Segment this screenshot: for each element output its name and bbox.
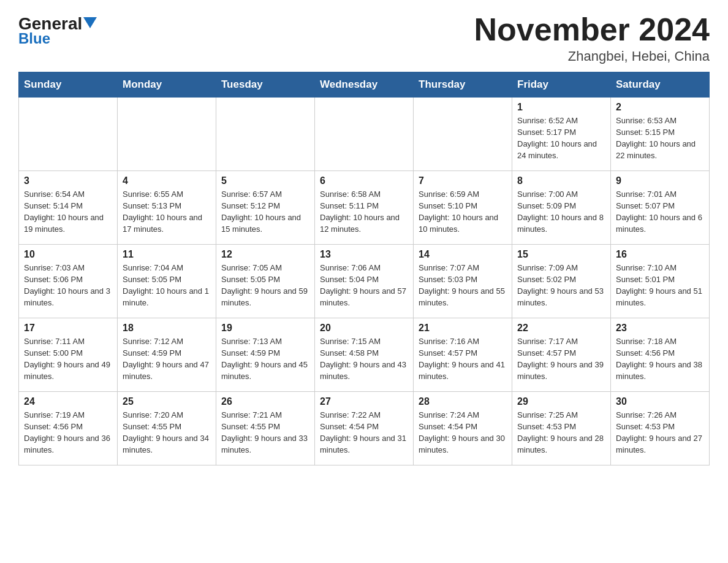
- calendar-cell: 21Sunrise: 7:16 AMSunset: 4:57 PMDayligh…: [414, 318, 512, 392]
- day-number: 27: [320, 396, 408, 407]
- day-number: 10: [24, 249, 112, 260]
- calendar-week-row: 17Sunrise: 7:11 AMSunset: 5:00 PMDayligh…: [19, 318, 710, 392]
- page-header: General Blue November 2024 Zhangbei, Heb…: [18, 12, 710, 64]
- day-number: 11: [123, 249, 211, 260]
- day-info: Sunrise: 6:57 AMSunset: 5:12 PMDaylight:…: [221, 189, 309, 235]
- day-info: Sunrise: 7:16 AMSunset: 4:57 PMDaylight:…: [419, 336, 507, 382]
- calendar-cell: 4Sunrise: 6:55 AMSunset: 5:13 PMDaylight…: [118, 171, 216, 245]
- day-number: 7: [419, 175, 507, 186]
- day-number: 8: [517, 175, 605, 186]
- calendar-cell: 6Sunrise: 6:58 AMSunset: 5:11 PMDaylight…: [315, 171, 414, 245]
- day-number: 6: [320, 175, 408, 186]
- calendar-header-row: SundayMondayTuesdayWednesdayThursdayFrid…: [19, 72, 710, 98]
- calendar-week-row: 10Sunrise: 7:03 AMSunset: 5:06 PMDayligh…: [19, 245, 710, 318]
- day-number: 20: [320, 323, 408, 334]
- calendar-cell: 30Sunrise: 7:26 AMSunset: 4:53 PMDayligh…: [611, 392, 710, 465]
- day-number: 24: [24, 396, 112, 407]
- calendar-cell: 2Sunrise: 6:53 AMSunset: 5:15 PMDaylight…: [611, 98, 710, 171]
- day-number: 12: [221, 249, 309, 260]
- day-info: Sunrise: 7:04 AMSunset: 5:05 PMDaylight:…: [123, 262, 211, 308]
- day-number: 15: [517, 249, 605, 260]
- day-number: 21: [419, 323, 507, 334]
- day-info: Sunrise: 6:54 AMSunset: 5:14 PMDaylight:…: [24, 189, 112, 235]
- day-info: Sunrise: 7:05 AMSunset: 5:05 PMDaylight:…: [221, 262, 309, 308]
- day-number: 28: [419, 396, 507, 407]
- calendar-cell: 20Sunrise: 7:15 AMSunset: 4:58 PMDayligh…: [315, 318, 414, 392]
- calendar-header-thursday: Thursday: [414, 72, 512, 98]
- calendar-cell: 8Sunrise: 7:00 AMSunset: 5:09 PMDaylight…: [512, 171, 611, 245]
- calendar-cell: 12Sunrise: 7:05 AMSunset: 5:05 PMDayligh…: [216, 245, 315, 318]
- calendar-header-sunday: Sunday: [19, 72, 118, 98]
- day-info: Sunrise: 7:26 AMSunset: 4:53 PMDaylight:…: [616, 410, 704, 456]
- calendar-cell: 29Sunrise: 7:25 AMSunset: 4:53 PMDayligh…: [512, 392, 611, 465]
- calendar-cell: [19, 98, 118, 171]
- calendar-cell: 15Sunrise: 7:09 AMSunset: 5:02 PMDayligh…: [512, 245, 611, 318]
- day-info: Sunrise: 7:06 AMSunset: 5:04 PMDaylight:…: [320, 262, 408, 308]
- calendar-header-wednesday: Wednesday: [315, 72, 414, 98]
- location: Zhangbei, Hebei, China: [474, 48, 710, 64]
- calendar-week-row: 24Sunrise: 7:19 AMSunset: 4:56 PMDayligh…: [19, 392, 710, 465]
- svg-marker-0: [83, 17, 97, 28]
- day-info: Sunrise: 7:15 AMSunset: 4:58 PMDaylight:…: [320, 336, 408, 382]
- calendar-week-row: 3Sunrise: 6:54 AMSunset: 5:14 PMDaylight…: [19, 171, 710, 245]
- day-info: Sunrise: 6:55 AMSunset: 5:13 PMDaylight:…: [123, 189, 211, 235]
- day-info: Sunrise: 7:11 AMSunset: 5:00 PMDaylight:…: [24, 336, 112, 382]
- day-number: 25: [123, 396, 211, 407]
- calendar-cell: 5Sunrise: 6:57 AMSunset: 5:12 PMDaylight…: [216, 171, 315, 245]
- calendar-cell: 9Sunrise: 7:01 AMSunset: 5:07 PMDaylight…: [611, 171, 710, 245]
- calendar-cell: 11Sunrise: 7:04 AMSunset: 5:05 PMDayligh…: [118, 245, 216, 318]
- day-info: Sunrise: 6:53 AMSunset: 5:15 PMDaylight:…: [616, 115, 704, 161]
- calendar-cell: 14Sunrise: 7:07 AMSunset: 5:03 PMDayligh…: [414, 245, 512, 318]
- calendar-cell: 3Sunrise: 6:54 AMSunset: 5:14 PMDaylight…: [19, 171, 118, 245]
- day-number: 30: [616, 396, 704, 407]
- day-info: Sunrise: 7:01 AMSunset: 5:07 PMDaylight:…: [616, 189, 704, 235]
- day-number: 18: [123, 323, 211, 334]
- calendar-cell: 23Sunrise: 7:18 AMSunset: 4:56 PMDayligh…: [611, 318, 710, 392]
- calendar-cell: [414, 98, 512, 171]
- month-title: November 2024: [474, 12, 710, 47]
- day-info: Sunrise: 7:19 AMSunset: 4:56 PMDaylight:…: [24, 410, 112, 456]
- calendar-cell: 1Sunrise: 6:52 AMSunset: 5:17 PMDaylight…: [512, 98, 611, 171]
- calendar-cell: 26Sunrise: 7:21 AMSunset: 4:55 PMDayligh…: [216, 392, 315, 465]
- day-info: Sunrise: 7:18 AMSunset: 4:56 PMDaylight:…: [616, 336, 704, 382]
- calendar-cell: 22Sunrise: 7:17 AMSunset: 4:57 PMDayligh…: [512, 318, 611, 392]
- day-number: 13: [320, 249, 408, 260]
- calendar-header-monday: Monday: [118, 72, 216, 98]
- day-number: 17: [24, 323, 112, 334]
- day-info: Sunrise: 7:03 AMSunset: 5:06 PMDaylight:…: [24, 262, 112, 308]
- day-info: Sunrise: 6:52 AMSunset: 5:17 PMDaylight:…: [517, 115, 605, 161]
- calendar-header-saturday: Saturday: [611, 72, 710, 98]
- day-number: 26: [221, 396, 309, 407]
- logo-triangle-icon: [83, 17, 97, 28]
- title-area: November 2024 Zhangbei, Hebei, China: [474, 12, 710, 64]
- day-number: 9: [616, 175, 704, 186]
- day-number: 16: [616, 249, 704, 260]
- calendar-cell: [118, 98, 216, 171]
- logo-blue: Blue: [18, 30, 50, 47]
- calendar-cell: 19Sunrise: 7:13 AMSunset: 4:59 PMDayligh…: [216, 318, 315, 392]
- day-info: Sunrise: 7:22 AMSunset: 4:54 PMDaylight:…: [320, 410, 408, 456]
- day-number: 4: [123, 175, 211, 186]
- day-number: 14: [419, 249, 507, 260]
- day-number: 19: [221, 323, 309, 334]
- calendar-cell: [315, 98, 414, 171]
- day-info: Sunrise: 7:10 AMSunset: 5:01 PMDaylight:…: [616, 262, 704, 308]
- calendar-cell: 28Sunrise: 7:24 AMSunset: 4:54 PMDayligh…: [414, 392, 512, 465]
- calendar-cell: 13Sunrise: 7:06 AMSunset: 5:04 PMDayligh…: [315, 245, 414, 318]
- day-info: Sunrise: 7:20 AMSunset: 4:55 PMDaylight:…: [123, 410, 211, 456]
- calendar-header-tuesday: Tuesday: [216, 72, 315, 98]
- day-info: Sunrise: 7:24 AMSunset: 4:54 PMDaylight:…: [419, 410, 507, 456]
- day-number: 1: [517, 102, 605, 113]
- day-info: Sunrise: 6:58 AMSunset: 5:11 PMDaylight:…: [320, 189, 408, 235]
- day-number: 29: [517, 396, 605, 407]
- calendar-cell: 27Sunrise: 7:22 AMSunset: 4:54 PMDayligh…: [315, 392, 414, 465]
- day-number: 3: [24, 175, 112, 186]
- day-info: Sunrise: 7:21 AMSunset: 4:55 PMDaylight:…: [221, 410, 309, 456]
- calendar-cell: 25Sunrise: 7:20 AMSunset: 4:55 PMDayligh…: [118, 392, 216, 465]
- day-number: 23: [616, 323, 704, 334]
- calendar-cell: [216, 98, 315, 171]
- calendar-cell: 16Sunrise: 7:10 AMSunset: 5:01 PMDayligh…: [611, 245, 710, 318]
- calendar-cell: 18Sunrise: 7:12 AMSunset: 4:59 PMDayligh…: [118, 318, 216, 392]
- day-info: Sunrise: 7:09 AMSunset: 5:02 PMDaylight:…: [517, 262, 605, 308]
- calendar-cell: 24Sunrise: 7:19 AMSunset: 4:56 PMDayligh…: [19, 392, 118, 465]
